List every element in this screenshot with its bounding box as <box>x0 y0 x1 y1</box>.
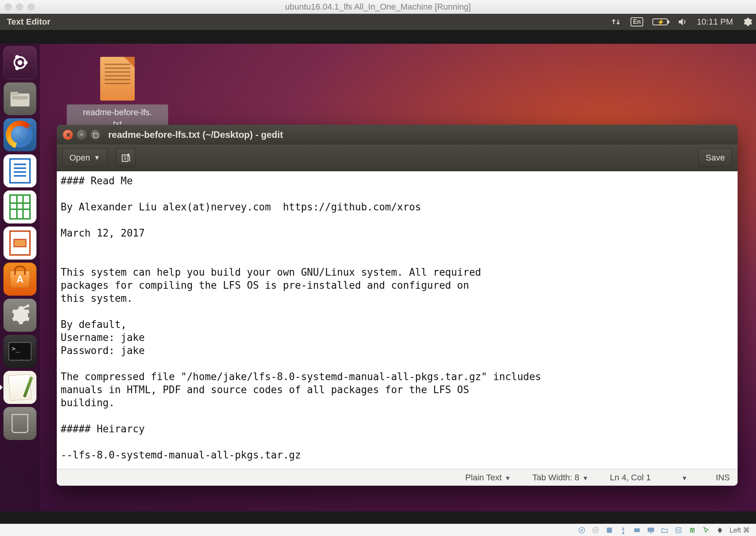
vb-mouse-integration-icon[interactable] <box>702 526 710 534</box>
svg-rect-19 <box>676 528 681 533</box>
vb-audio-icon[interactable] <box>605 526 614 534</box>
svg-point-13 <box>594 529 596 531</box>
window-maximize-button[interactable]: ▢ <box>91 130 101 140</box>
svg-rect-7 <box>12 96 28 99</box>
window-close-button[interactable]: ✕ <box>63 130 73 140</box>
svg-rect-5 <box>10 94 30 107</box>
host-minimize-button[interactable] <box>16 3 23 10</box>
status-language-mode[interactable]: Plain Text▼ <box>465 473 511 483</box>
status-insert-mode[interactable]: INS <box>716 473 730 483</box>
vm-viewport: Text Editor En ⚡ 10:11 PM <box>0 14 756 524</box>
text-file-icon <box>100 57 135 101</box>
host-statusbar: V Left ⌘ <box>0 524 756 536</box>
new-tab-button[interactable] <box>116 149 136 167</box>
svg-point-15 <box>622 533 624 534</box>
traffic-lights <box>5 3 35 10</box>
gedit-toolbar: Open ▼ Save <box>57 145 738 171</box>
launcher-files[interactable] <box>3 82 36 115</box>
editor-textarea[interactable]: #### Read Me By Alexander Liu alex(at)ne… <box>57 171 738 469</box>
clock[interactable]: 10:11 PM <box>697 17 733 27</box>
host-zoom-button[interactable] <box>28 3 35 10</box>
status-cursor-position[interactable]: Ln 4, Col 1▼ <box>610 473 694 483</box>
gedit-title: readme-before-lfs.txt (~/Desktop) - gedi… <box>108 129 283 140</box>
svg-point-12 <box>593 527 598 533</box>
launcher-software[interactable] <box>3 263 36 296</box>
launcher-impress[interactable] <box>3 227 36 260</box>
vb-shared-folders-icon[interactable] <box>660 526 669 534</box>
save-button-label: Save <box>706 153 725 163</box>
host-close-button[interactable] <box>5 3 12 10</box>
battery-icon[interactable]: ⚡ <box>652 18 668 25</box>
svg-rect-6 <box>10 92 18 95</box>
svg-text:V: V <box>691 528 693 532</box>
vb-hdd-icon[interactable] <box>578 526 586 534</box>
vb-optical-icon[interactable] <box>591 526 600 534</box>
open-button-label: Open <box>69 153 90 163</box>
gedit-window: ✕ – ▢ readme-before-lfs.txt (~/Desktop) … <box>57 125 738 486</box>
launcher-firefox[interactable] <box>3 118 36 151</box>
vb-network-icon[interactable] <box>633 526 641 534</box>
open-button[interactable]: Open ▼ <box>62 149 107 167</box>
save-button[interactable]: Save <box>698 149 732 167</box>
svg-point-0 <box>18 60 23 65</box>
launcher-calc[interactable] <box>3 190 36 223</box>
desktop-file[interactable]: readme-before-lfs. txt <box>67 57 168 132</box>
vb-usb-icon[interactable] <box>619 526 627 534</box>
vb-display-icon[interactable] <box>647 526 655 534</box>
svg-point-11 <box>581 529 582 531</box>
vb-recording-icon[interactable] <box>674 526 683 534</box>
launcher-dash[interactable] <box>3 46 36 79</box>
vb-hostkey-icon[interactable] <box>716 526 724 534</box>
launcher-terminal[interactable]: >_ <box>3 335 36 368</box>
input-language-indicator[interactable]: En <box>631 17 643 26</box>
host-window-title: ubuntu16.04.1_lfs All_In_One_Machine [Ru… <box>0 2 756 12</box>
launcher-settings[interactable] <box>3 299 36 332</box>
app-menu-title[interactable]: Text Editor <box>3 17 50 27</box>
launcher-trash[interactable] <box>3 407 36 440</box>
vb-cpu-icon[interactable]: V <box>688 526 697 534</box>
launcher-writer[interactable] <box>3 154 36 187</box>
svg-point-8 <box>27 304 30 307</box>
window-minimize-button[interactable]: – <box>77 130 87 140</box>
chevron-down-icon: ▼ <box>505 475 511 481</box>
host-key-label: Left ⌘ <box>730 526 750 534</box>
svg-rect-16 <box>634 528 640 532</box>
sound-icon[interactable] <box>677 17 688 27</box>
network-icon[interactable] <box>611 17 621 27</box>
launcher: >_ <box>0 44 40 511</box>
host-titlebar: ubuntu16.04.1_lfs All_In_One_Machine [Ru… <box>0 0 756 14</box>
chevron-down-icon: ▼ <box>582 475 588 481</box>
svg-rect-14 <box>607 528 612 533</box>
chevron-down-icon: ▼ <box>94 154 100 161</box>
ubuntu-topbar: Text Editor En ⚡ 10:11 PM <box>0 14 756 30</box>
svg-rect-17 <box>648 528 654 532</box>
svg-rect-18 <box>650 532 652 533</box>
desktop[interactable]: >_ readme-before-lfs. txt ✕ – ▢ readme-b… <box>0 44 756 511</box>
launcher-gedit[interactable] <box>3 371 36 404</box>
gedit-statusbar: Plain Text▼ Tab Width: 8▼ Ln 4, Col 1▼ I… <box>57 469 738 486</box>
status-tab-width[interactable]: Tab Width: 8▼ <box>532 473 588 483</box>
chevron-down-icon: ▼ <box>682 475 688 481</box>
gedit-titlebar[interactable]: ✕ – ▢ readme-before-lfs.txt (~/Desktop) … <box>57 125 738 145</box>
gear-icon[interactable] <box>742 17 753 27</box>
